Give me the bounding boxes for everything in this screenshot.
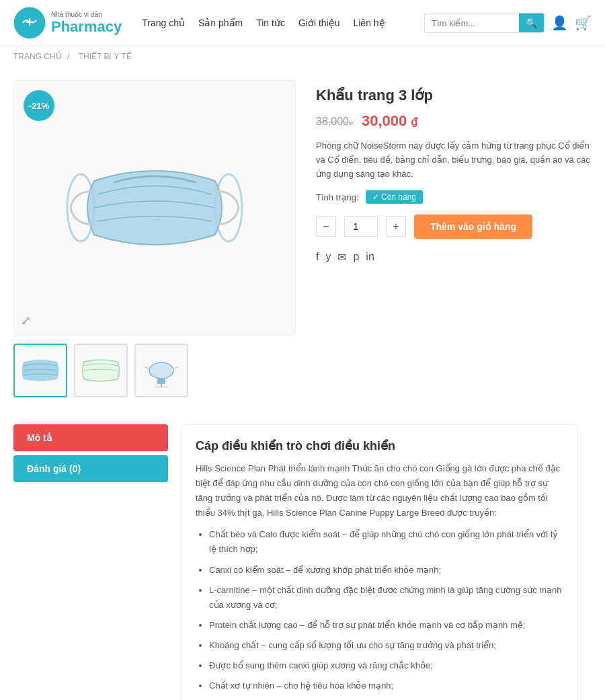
nav-lien-he[interactable]: Liên hệ bbox=[353, 17, 385, 28]
product-main-image bbox=[61, 141, 249, 275]
logo-text-top: Nhà thuốc vi dân bbox=[51, 11, 122, 18]
search-box: 🔍 bbox=[424, 13, 544, 33]
search-input[interactable] bbox=[425, 14, 519, 32]
in-stock-badge: ✓ Còn hàng bbox=[366, 190, 423, 204]
cart-icon[interactable]: 🛒 bbox=[575, 15, 592, 31]
nav-san-pham[interactable]: Sản phẩm bbox=[198, 17, 243, 28]
linkedin-icon[interactable]: in bbox=[366, 251, 374, 264]
thumbnails bbox=[13, 344, 296, 397]
list-item: Protein chất lượng cao – để hỗ trợ sự ph… bbox=[209, 618, 564, 633]
svg-line-8 bbox=[145, 367, 149, 368]
tab-mo-ta-button[interactable]: Mô tả bbox=[13, 424, 168, 451]
list-item: Được bổ sung thêm canxi giúp xương và ră… bbox=[209, 658, 564, 673]
discount-badge: -21% bbox=[24, 90, 54, 121]
main-nav: Trang chủ Sản phẩm Tin tức Giới thiệu Li… bbox=[142, 17, 404, 28]
nav-trang-chu[interactable]: Trang chủ bbox=[142, 17, 185, 28]
thumbnail-1[interactable] bbox=[13, 344, 67, 397]
qty-input[interactable] bbox=[344, 217, 378, 237]
thumbnail-3[interactable] bbox=[134, 344, 188, 397]
qty-increase-button[interactable]: + bbox=[386, 217, 406, 237]
list-item: Chất béo và Calo được kiểm soát – để giú… bbox=[209, 527, 564, 557]
header: + Nhà thuốc vi dân Pharmacy Trang chủ Sả… bbox=[0, 0, 605, 46]
nav-tin-tuc[interactable]: Tin tức bbox=[256, 17, 285, 28]
new-price: 30,000 ₫ bbox=[362, 112, 417, 130]
price-row: 38,000ₑ 30,000 ₫ bbox=[316, 112, 592, 130]
tab-danh-gia-button[interactable]: Đánh giá (0) bbox=[13, 455, 168, 482]
tabs-sidebar: Mô tả Đánh giá (0) bbox=[13, 424, 168, 700]
status-row: Tình trạng: ✓ Còn hàng bbox=[316, 190, 592, 204]
tabs-section: Mô tả Đánh giá (0) Cáp điều khiển trò ch… bbox=[0, 411, 605, 700]
product-container: -21% ⤢ bbox=[0, 67, 605, 411]
logo-icon: + bbox=[13, 7, 46, 39]
breadcrumb-current: THIẾT BỊ Y TẾ bbox=[79, 52, 132, 61]
qty-decrease-button[interactable]: − bbox=[316, 217, 336, 237]
list-item: L-carnitine – một chất dinh dưỡng đặc bi… bbox=[209, 583, 564, 613]
tab-intro-text: Hills Science Plan Phát triển lành mạnh … bbox=[196, 461, 564, 520]
logo-text-main: Pharmacy bbox=[51, 18, 122, 36]
product-info: Khẩu trang 3 lớp 38,000ₑ 30,000 ₫ Phòng … bbox=[316, 80, 592, 397]
tab-content-body: Hills Science Plan Phát triển lành mạnh … bbox=[196, 461, 564, 700]
product-images: -21% ⤢ bbox=[13, 80, 296, 397]
user-icon[interactable]: 👤 bbox=[551, 15, 568, 31]
old-price: 38,000ₑ bbox=[316, 115, 354, 128]
product-description: Phòng chữ NoiseStorm này được lấy cảm hứ… bbox=[316, 139, 592, 181]
tab-content-title: Cáp điều khiển trò chơi điều khiển bbox=[196, 438, 564, 453]
search-button[interactable]: 🔍 bbox=[519, 13, 544, 32]
pinterest-icon[interactable]: p bbox=[353, 251, 359, 264]
breadcrumb: TRANG CHỦ / THIẾT BỊ Y TẾ bbox=[0, 46, 605, 67]
list-item: Canxi có kiểm soát – để xương khớp phát … bbox=[209, 563, 564, 578]
logo[interactable]: + Nhà thuốc vi dân Pharmacy bbox=[13, 7, 122, 39]
tab-content-wrapper: Cáp điều khiển trò chơi điều khiển Hills… bbox=[182, 424, 578, 700]
breadcrumb-separator: / bbox=[67, 52, 69, 61]
main-image-wrapper: -21% ⤢ bbox=[13, 80, 296, 336]
header-right: 🔍 👤 🛒 bbox=[424, 13, 592, 33]
breadcrumb-home[interactable]: TRANG CHỦ bbox=[13, 52, 62, 61]
list-item: Chất xơ tự nhiên – cho hệ tiêu hóa khỏe … bbox=[209, 678, 564, 693]
facebook-icon[interactable]: f bbox=[316, 251, 319, 264]
svg-point-4 bbox=[149, 362, 173, 379]
thumbnail-2[interactable] bbox=[74, 344, 128, 397]
nav-gioi-thieu[interactable]: Giới thiệu bbox=[298, 17, 340, 28]
list-item: Khoáng chất – cung cấp số lượng tối ưu c… bbox=[209, 638, 564, 653]
expand-icon[interactable]: ⤢ bbox=[21, 313, 31, 328]
tab-bullet-list: Chất béo và Calo được kiểm soát – để giú… bbox=[196, 527, 564, 700]
social-icons: f y ✉ p in bbox=[316, 251, 592, 264]
product-title: Khẩu trang 3 lớp bbox=[316, 87, 592, 104]
svg-line-9 bbox=[173, 367, 178, 368]
add-to-cart-button[interactable]: Thêm vào giỏ hàng bbox=[414, 215, 532, 239]
qty-row: − + Thêm vào giỏ hàng bbox=[316, 215, 592, 239]
tab-content: Cáp điều khiển trò chơi điều khiển Hills… bbox=[168, 424, 592, 700]
status-label: Tình trạng: bbox=[316, 192, 359, 202]
twitter-icon[interactable]: y bbox=[325, 251, 331, 264]
email-icon[interactable]: ✉ bbox=[337, 251, 346, 264]
